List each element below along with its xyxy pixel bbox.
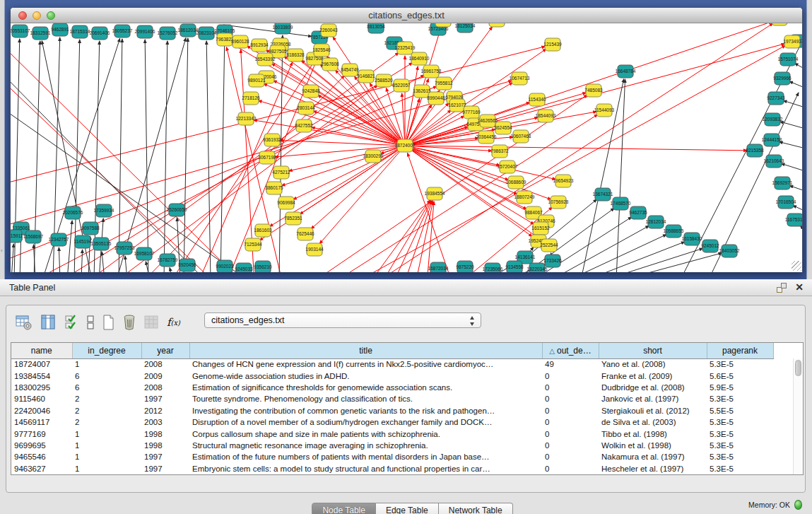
graph-node[interactable]: 8960128 [231, 35, 249, 48]
graph-node[interactable]: 1861603 [254, 224, 272, 237]
graph-node[interactable]: 16210643 [764, 155, 784, 168]
graph-node[interactable]: 17468570 [611, 197, 631, 210]
graph-node[interactable]: 17359934 [94, 204, 114, 217]
window-titlebar[interactable]: citations_edges.txt [11, 8, 802, 23]
graph-node[interactable]: 16648784 [616, 65, 636, 78]
graph-node[interactable]: 15276052 [158, 27, 178, 40]
network-canvas[interactable]: 2055310718312591946289118715314206914061… [11, 23, 802, 272]
graph-node[interactable]: 16872034 [428, 262, 449, 272]
graph-edge[interactable] [781, 163, 802, 170]
column-header-out_degree[interactable]: △out_de… [542, 343, 599, 358]
graph-node[interactable]: 20823104 [196, 27, 217, 40]
graph-node[interactable]: 2803144 [297, 102, 315, 115]
graph-node[interactable]: 18612034 [178, 24, 199, 37]
graph-node[interactable]: 8454749 [341, 64, 359, 76]
graph-node[interactable]: 18724007 [395, 139, 416, 152]
graph-node[interactable]: 3915911 [11, 230, 23, 243]
graph-node[interactable]: 1215439 [543, 38, 562, 51]
table-scrollbar[interactable] [793, 358, 803, 474]
graph-node[interactable]: 10756928 [548, 196, 569, 209]
graph-node[interactable]: 13674321 [593, 188, 613, 201]
graph-edge[interactable] [604, 248, 703, 272]
window-minimize-button[interactable] [33, 11, 41, 20]
graph-node[interactable]: 10607468 [511, 130, 531, 143]
float-panel-icon[interactable] [777, 283, 787, 293]
graph-node[interactable]: 9902023 [216, 260, 234, 272]
graph-node[interactable]: 8427552 [295, 119, 313, 132]
graph-node[interactable]: 9097588 [81, 222, 100, 235]
graph-node[interactable]: 8215358 [746, 144, 764, 157]
table-row[interactable]: 1938455462009Genome-wide association stu… [11, 370, 773, 381]
graph-node[interactable]: 18312591 [30, 27, 51, 40]
table-row[interactable]: 1456911722003Disruption of a novel membe… [11, 416, 773, 428]
graph-node[interactable]: 18125034 [455, 23, 476, 33]
graph-edge[interactable] [326, 56, 405, 146]
graph-node[interactable]: 8813054 [367, 23, 385, 33]
graph-edge[interactable] [319, 146, 405, 244]
graph-edge[interactable] [11, 244, 13, 272]
network-canvas-svg[interactable]: 2055310718312591946289118715314206914061… [11, 23, 802, 272]
graph-edge[interactable] [206, 41, 211, 272]
graph-edge[interactable] [587, 242, 685, 272]
node-table[interactable]: namein_degreeyeartitle△out_de…shortpager… [11, 342, 804, 475]
graph-node[interactable]: 16543392 [255, 53, 276, 66]
graph-node[interactable]: 19384554 [425, 187, 445, 200]
graph-node[interactable]: 18300295 [363, 150, 384, 163]
graph-node[interactable]: 20364456 [476, 131, 497, 144]
graph-node[interactable]: 9777169 [462, 106, 481, 119]
graph-node[interactable]: 12093832 [763, 113, 783, 126]
network-table-selector[interactable]: citations_edges.txt [204, 313, 481, 328]
graph-edge[interactable] [170, 268, 173, 272]
table-row[interactable]: 946554611997Estimation of the future num… [11, 451, 773, 462]
graph-node[interactable]: 18715314 [70, 25, 90, 38]
graph-node[interactable]: 12213343 [236, 112, 257, 125]
graph-node[interactable]: 2588520 [375, 74, 393, 87]
graph-edge[interactable] [145, 40, 148, 272]
graph-node[interactable]: 1145194 [74, 235, 92, 248]
right-panel-splitter[interactable] [806, 0, 812, 279]
table-row[interactable]: 1830029562008Estimation of significance … [11, 382, 773, 393]
graph-node[interactable]: 9356210 [254, 261, 272, 272]
graph-node[interactable]: 25260650 [167, 204, 187, 216]
graph-node[interactable]: 18403052 [719, 245, 740, 257]
graph-node[interactable]: 10588655 [664, 225, 684, 238]
graph-node[interactable]: 11543408 [770, 23, 790, 25]
graph-node[interactable]: 11568697 [23, 230, 44, 243]
graph-node[interactable]: 18220345 [527, 263, 548, 272]
graph-node[interactable]: 1825546 [312, 44, 331, 57]
graph-node[interactable]: 1903144 [305, 243, 324, 256]
graph-node[interactable]: 7955812 [435, 77, 453, 90]
graph-node[interactable]: 3860175 [265, 182, 283, 194]
graph-node[interactable]: 9462891 [51, 23, 69, 36]
splitter-collapse-icon[interactable]: ‹ [1, 247, 3, 254]
graph-node[interactable]: 20206576 [63, 206, 83, 219]
graph-node[interactable]: 1973493 [783, 35, 801, 48]
graph-node[interactable]: 7485083 [584, 84, 603, 97]
import-table-icon[interactable] [143, 314, 160, 331]
graph-node[interactable]: 12342757 [49, 233, 69, 246]
graph-node[interactable]: 2718126 [242, 92, 260, 105]
graph-node[interactable]: 16033809 [273, 23, 293, 34]
graph-node[interactable]: 8990448 [427, 92, 445, 105]
graph-node[interactable]: 8186328 [286, 49, 305, 62]
tab-edge-table[interactable]: Edge Table [376, 503, 439, 514]
graph-node[interactable]: 20991406 [135, 25, 155, 38]
graph-node[interactable]: 1154340 [529, 93, 546, 106]
graph-edge[interactable] [273, 81, 405, 146]
graph-edge[interactable] [405, 146, 747, 151]
graph-node[interactable]: 10674713 [510, 72, 530, 85]
graph-node[interactable]: 3624554 [494, 122, 512, 134]
table-row[interactable]: 2242004622012Investigating the contribut… [11, 405, 773, 416]
network-view-window[interactable]: citations_edges.txt 20553107183125919462… [10, 7, 803, 272]
graph-node[interactable]: 2967608 [321, 58, 339, 71]
graph-edge[interactable] [11, 43, 240, 272]
graph-edge[interactable] [416, 201, 433, 272]
graph-edge[interactable] [281, 146, 405, 186]
table-panel-header[interactable]: Table Panel ✕ [0, 279, 812, 296]
close-panel-icon[interactable]: ✕ [795, 281, 804, 293]
graph-node[interactable]: 8912934 [250, 39, 269, 52]
graph-node[interactable]: 9890121 [247, 74, 266, 87]
graph-node[interactable]: 9069984 [277, 197, 295, 209]
graph-node[interactable]: 9462735 [629, 206, 647, 219]
graph-edge[interactable] [793, 206, 802, 210]
